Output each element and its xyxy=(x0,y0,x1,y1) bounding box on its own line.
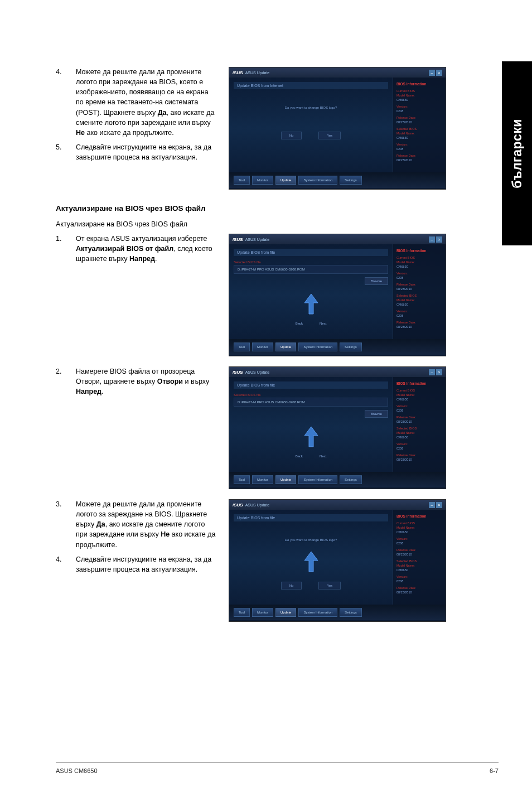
browse-button[interactable]: Browse xyxy=(365,410,388,418)
nav-update[interactable]: Update xyxy=(275,608,296,617)
nav-monitor[interactable]: Monitor xyxy=(252,608,273,617)
nav-settings[interactable]: Settings xyxy=(340,475,362,484)
screenshot-3-col: /SUS ASUS Update – × Update BIOS from fi… xyxy=(229,366,446,489)
sidebar-label: Version: xyxy=(396,310,442,313)
sidebar-label: Version: xyxy=(396,272,442,275)
sidebar-label: Release Date: xyxy=(396,116,442,119)
step-number: 3. xyxy=(56,499,76,550)
sidebar-label: Selected BIOS xyxy=(396,559,442,563)
prompt-text: Do you want to change BIOS logo? xyxy=(234,106,388,109)
nav-system[interactable]: System Information xyxy=(298,475,337,484)
sidebar-value: 08/23/2010 xyxy=(396,287,442,291)
nav-settings[interactable]: Settings xyxy=(340,176,362,185)
sidebar-value: 0208 xyxy=(396,542,442,545)
window-buttons: – × xyxy=(429,70,442,76)
nav-tool[interactable]: Tool xyxy=(234,475,250,484)
sidebar-label: Version: xyxy=(396,143,442,146)
nav-tool[interactable]: Tool xyxy=(234,176,250,185)
browse-button[interactable]: Browse xyxy=(365,277,388,285)
sidebar-value: CM6650 xyxy=(396,398,442,401)
main-panel: Update BIOS from Internet Do you want to… xyxy=(229,78,393,172)
nav-monitor[interactable]: Monitor xyxy=(252,475,273,484)
window-body: Update BIOS from file Selected BIOS file… xyxy=(229,377,446,472)
sidebar-label: Selected BIOS xyxy=(396,127,442,131)
step-number: 5. xyxy=(56,142,76,162)
browse-row: Browse xyxy=(234,410,388,418)
nav-update[interactable]: Update xyxy=(275,342,296,351)
window-body: Update BIOS from Internet Do you want to… xyxy=(229,78,446,172)
step3-4-text: 3. Можете да решите дали да промените ло… xyxy=(56,499,217,579)
close-icon[interactable]: × xyxy=(436,236,442,243)
nav-system[interactable]: System Information xyxy=(298,176,337,185)
page-content: 4. Можете да решите дали да промените ло… xyxy=(0,0,480,622)
step1-row: 1. От екрана ASUS актуализация изберете … xyxy=(56,234,446,356)
sidebar-value: CM6650 xyxy=(396,98,442,102)
back-button[interactable]: Back xyxy=(296,455,303,458)
sidebar-value: CM6650 xyxy=(396,265,442,268)
asus-logo: /SUS xyxy=(233,237,243,242)
next-button[interactable]: Next xyxy=(320,455,326,458)
sidebar-header: BIOS Information xyxy=(396,249,442,253)
window-title: ASUS Update xyxy=(245,370,429,374)
footer-page-number: 6-7 xyxy=(490,767,499,774)
nav-system[interactable]: System Information xyxy=(298,342,337,351)
sidebar-label: Selected BIOS xyxy=(396,427,442,430)
info-sidebar: BIOS Information Current BIOS Model Name… xyxy=(393,510,446,605)
sidebar-value: CM6650 xyxy=(396,303,442,306)
minimize-icon[interactable]: – xyxy=(429,236,435,243)
sidebar-value: 08/23/2010 xyxy=(396,120,442,124)
sidebar-label: Release Date: xyxy=(396,453,442,457)
section1-row: 4. Можете да решите дали да промените ло… xyxy=(56,67,446,190)
no-button[interactable]: No xyxy=(281,582,302,590)
close-icon[interactable]: × xyxy=(436,502,442,508)
nav-system[interactable]: System Information xyxy=(298,608,337,617)
next-button[interactable]: Next xyxy=(320,322,326,325)
sidebar-value: CM6650 xyxy=(396,436,442,439)
sidebar-value: 08/23/2010 xyxy=(396,591,442,594)
no-button[interactable]: No xyxy=(281,132,302,139)
nav-update[interactable]: Update xyxy=(275,176,296,185)
list-item: 4. Можете да решите дали да промените ло… xyxy=(56,67,217,138)
sidebar-value: 0208 xyxy=(396,409,442,412)
sidebar-label: Release Date: xyxy=(396,586,442,590)
nav-monitor[interactable]: Monitor xyxy=(252,176,273,185)
step-text: Можете да решите дали да промените логот… xyxy=(76,499,217,550)
minimize-icon[interactable]: – xyxy=(429,369,435,375)
upload-arrow-icon xyxy=(298,548,325,575)
language-side-tab: български xyxy=(502,61,532,245)
sidebar-label: Model Name: xyxy=(396,526,442,529)
step2-text: 2. Намерете BIOS файла от прозореца Отво… xyxy=(56,366,217,401)
nav-settings[interactable]: Settings xyxy=(340,608,362,617)
yes-button[interactable]: Yes xyxy=(318,132,341,139)
nav-settings[interactable]: Settings xyxy=(340,342,362,351)
upload-arrow-icon xyxy=(298,423,325,450)
sidebar-value: 08/23/2010 xyxy=(396,420,442,423)
file-label: Selected BIOS file xyxy=(234,260,388,264)
sidebar-label: Current BIOS xyxy=(396,521,442,525)
minimize-icon[interactable]: – xyxy=(429,70,435,76)
sidebar-label: Release Date: xyxy=(396,321,442,324)
close-icon[interactable]: × xyxy=(436,70,442,76)
language-label: български xyxy=(510,119,525,189)
sidebar-label: Version: xyxy=(396,537,442,540)
page-footer: ASUS CM6650 6-7 xyxy=(56,762,499,774)
sidebar-header: BIOS Information xyxy=(396,514,442,518)
nav-tool[interactable]: Tool xyxy=(234,608,250,617)
main-panel: Update BIOS from file Selected BIOS file… xyxy=(229,244,393,339)
yes-button[interactable]: Yes xyxy=(318,582,341,590)
window-buttons: – × xyxy=(429,502,442,508)
back-button[interactable]: Back xyxy=(296,322,303,325)
file-path: D:\P8H67-M PRO ASUS CM6650-0208.ROM xyxy=(234,398,388,407)
nav-monitor[interactable]: Monitor xyxy=(252,342,273,351)
sidebar-label: Current BIOS xyxy=(396,89,442,93)
sidebar-label: Version: xyxy=(396,575,442,578)
list-item: 3. Можете да решите дали да промените ло… xyxy=(56,499,217,550)
nav-tool[interactable]: Tool xyxy=(234,342,250,351)
nav-update[interactable]: Update xyxy=(275,475,296,484)
close-icon[interactable]: × xyxy=(436,369,442,375)
file-label: Selected BIOS file xyxy=(234,393,388,397)
sidebar-value: 0208 xyxy=(396,276,442,279)
screenshot-4-col: /SUS ASUS Update – × Update BIOS from fi… xyxy=(229,499,446,622)
window-buttons: – × xyxy=(429,369,442,375)
minimize-icon[interactable]: – xyxy=(429,502,435,508)
